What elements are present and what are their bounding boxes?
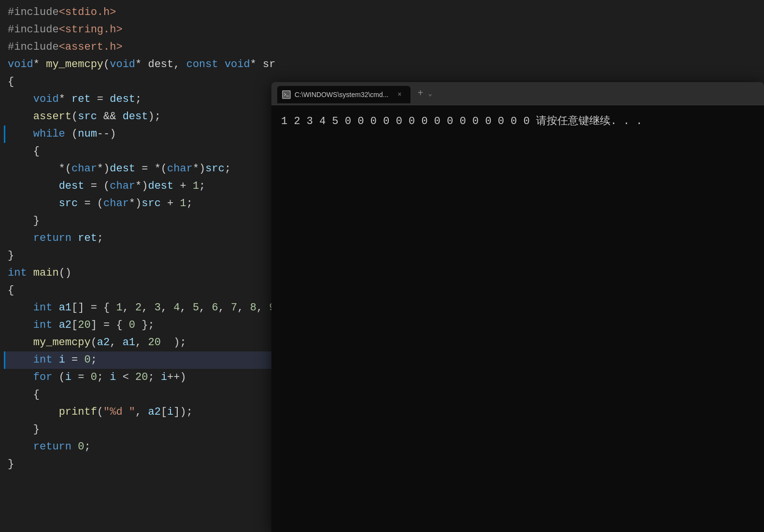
code-token: ; xyxy=(135,93,141,105)
code-token: *) xyxy=(129,197,141,210)
code-token: main xyxy=(33,267,59,279)
code-token: , xyxy=(218,302,231,314)
code-line: int a2[20] = { 0 }; xyxy=(4,317,275,334)
code-line: { xyxy=(4,386,275,404)
code-token: = xyxy=(91,93,110,105)
code-line: } xyxy=(4,247,275,265)
code-token: #include xyxy=(8,41,59,53)
code-token xyxy=(8,93,33,105)
code-line: } xyxy=(4,212,275,230)
code-token: , xyxy=(141,302,154,314)
code-token: , xyxy=(256,302,269,314)
code-token: num xyxy=(78,128,97,140)
code-token: 1 xyxy=(180,197,186,210)
code-token: ) xyxy=(110,128,116,140)
code-token xyxy=(52,354,58,366)
code-token: int xyxy=(33,319,53,331)
code-token: = *( xyxy=(135,163,167,175)
code-token: a2 xyxy=(59,319,71,331)
terminal-add-tab-button[interactable]: + xyxy=(414,88,426,99)
code-token: ; xyxy=(199,180,205,192)
code-token: #include xyxy=(8,24,59,36)
code-token: void xyxy=(110,58,135,70)
code-token: 3 xyxy=(155,302,161,314)
code-token: = ( xyxy=(84,180,110,192)
terminal-tab[interactable]: C:\WINDOWS\system32\cmd... × xyxy=(277,86,410,103)
code-token: int xyxy=(33,302,53,314)
code-token: ; xyxy=(225,163,231,175)
code-token: src xyxy=(78,111,97,123)
code-token: , xyxy=(199,302,212,314)
code-token: "%d " xyxy=(103,406,135,418)
code-token: 0 xyxy=(78,441,84,453)
code-token: for xyxy=(33,371,53,383)
code-token xyxy=(8,406,59,418)
code-token: void xyxy=(8,58,33,70)
terminal-tab-title: C:\WINDOWS\system32\cmd... xyxy=(295,91,388,98)
code-token: 0 xyxy=(84,354,90,366)
code-token: () xyxy=(59,267,71,279)
code-token: ( xyxy=(71,111,78,123)
code-line: } xyxy=(4,421,275,438)
code-token: [ xyxy=(71,319,78,331)
code-token xyxy=(8,302,33,314)
code-editor: #include<stdio.h>#include<string.h>#incl… xyxy=(0,0,275,532)
code-token xyxy=(8,371,33,383)
code-token: * xyxy=(33,58,46,70)
code-token: [] = { xyxy=(71,302,116,314)
code-token: dest xyxy=(110,163,135,175)
code-token: i xyxy=(59,354,65,366)
code-token: my_memcpy xyxy=(46,58,103,70)
code-token: my_memcpy xyxy=(33,336,91,349)
code-token: ; xyxy=(97,371,110,383)
code-line: src = (char*)src + 1; xyxy=(4,195,275,212)
code-token: { xyxy=(8,389,40,401)
code-token: *) xyxy=(193,163,205,175)
code-token: ++) xyxy=(167,371,186,383)
code-token: ); xyxy=(161,336,186,349)
code-token: i xyxy=(65,371,71,383)
code-token: ] = { xyxy=(91,319,129,331)
code-token: ; xyxy=(91,354,97,366)
code-token: *( xyxy=(8,163,71,175)
code-token: int xyxy=(33,354,53,366)
code-token: assert xyxy=(33,111,71,123)
code-token: return xyxy=(33,232,71,244)
code-token: < xyxy=(116,371,135,383)
code-token: ret xyxy=(78,232,97,244)
code-line: for (i = 0; i < 20; i++) xyxy=(4,369,275,386)
code-token: 7 xyxy=(231,302,237,314)
code-token: { xyxy=(8,76,14,88)
code-token: } xyxy=(8,458,14,470)
code-token: = ( xyxy=(78,197,103,210)
code-token: ); xyxy=(148,111,160,123)
terminal-close-button[interactable]: × xyxy=(395,90,404,99)
code-token xyxy=(8,441,33,453)
code-token: void xyxy=(225,58,250,70)
code-line: assert(src && dest); xyxy=(4,108,275,126)
code-content: #include<stdio.h>#include<string.h>#incl… xyxy=(0,0,275,477)
code-token: { xyxy=(8,145,40,157)
code-token: i xyxy=(161,371,167,383)
code-token: ( xyxy=(65,128,78,140)
code-line: #include<stdio.h> xyxy=(4,4,275,21)
code-token: 20 xyxy=(135,371,148,383)
terminal-dropdown-button[interactable]: ⌄ xyxy=(428,89,432,98)
code-token: 6 xyxy=(212,302,218,314)
code-token: ; xyxy=(186,197,193,210)
code-token xyxy=(52,319,58,331)
code-token: i xyxy=(110,371,116,383)
code-token: char xyxy=(110,180,135,192)
code-token: = xyxy=(65,354,85,366)
code-token: = xyxy=(71,371,91,383)
code-token xyxy=(71,441,78,453)
code-token: a1 xyxy=(59,302,71,314)
code-token: 5 xyxy=(193,302,199,314)
code-token: + xyxy=(161,197,180,210)
terminal-body: 1 2 3 4 5 0 0 0 0 0 0 0 0 0 0 0 0 0 0 0 … xyxy=(271,105,764,532)
code-line: { xyxy=(4,282,275,299)
code-token: 0 xyxy=(129,319,135,331)
code-line: void* ret = dest; xyxy=(4,91,275,108)
code-token: ret xyxy=(71,93,91,105)
terminal-window: C:\WINDOWS\system32\cmd... × + ⌄ 1 2 3 4… xyxy=(271,82,764,532)
